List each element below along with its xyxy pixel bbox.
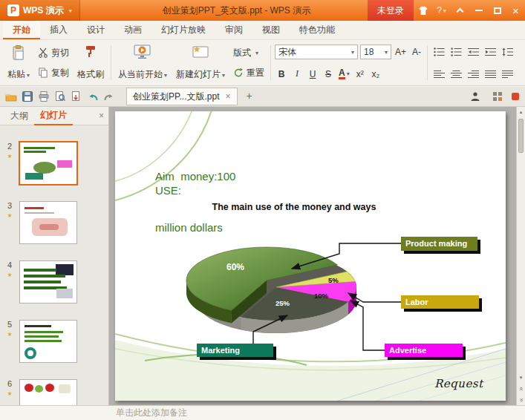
next-slide-button[interactable]: « bbox=[517, 395, 525, 405]
strikethrough-button[interactable]: S bbox=[322, 67, 335, 81]
font-size-select[interactable]: 18▾ bbox=[360, 45, 391, 59]
close-document-icon[interactable]: × bbox=[225, 91, 230, 102]
slide-2-editing-area[interactable]: Aim money:100 million dollars USE: The m… bbox=[115, 111, 506, 401]
callout-marketing[interactable]: Marketing bbox=[197, 344, 273, 357]
callout-labor[interactable]: Labor bbox=[401, 295, 479, 309]
pie-label-5: 5% bbox=[328, 276, 339, 284]
redo-button[interactable] bbox=[101, 88, 117, 105]
collapse-ribbon-button[interactable] bbox=[451, 0, 469, 21]
outline-tab[interactable]: 大纲 bbox=[4, 108, 34, 125]
align-right-icon bbox=[468, 70, 479, 79]
new-document-tab-button[interactable]: + bbox=[242, 89, 257, 104]
grow-font-button[interactable]: A+ bbox=[394, 45, 408, 59]
slides-tab[interactable]: 幻灯片 bbox=[34, 107, 73, 125]
print-preview-button[interactable] bbox=[52, 88, 68, 105]
slide-number: 6 bbox=[7, 379, 12, 388]
line-spacing-button[interactable] bbox=[500, 45, 515, 59]
thumbnail-art bbox=[45, 384, 54, 392]
align-center-button[interactable] bbox=[449, 67, 463, 81]
slide-thumbnail[interactable] bbox=[19, 201, 77, 244]
close-panel-icon[interactable]: × bbox=[99, 111, 104, 121]
tab-design[interactable]: 设计 bbox=[77, 21, 114, 39]
new-slide-button[interactable]: 新建幻灯片▾ bbox=[172, 42, 229, 83]
previous-slide-button[interactable]: « bbox=[517, 384, 525, 394]
thumbnail-art bbox=[25, 212, 54, 214]
paste-button[interactable]: 粘贴▾ bbox=[3, 42, 34, 83]
copy-button[interactable]: 复制 bbox=[34, 65, 73, 81]
font-color-button[interactable]: A▾ bbox=[337, 67, 351, 81]
wps-logo-icon: P bbox=[7, 4, 19, 16]
italic-button[interactable]: I bbox=[290, 67, 304, 81]
distribute-button[interactable] bbox=[500, 67, 515, 81]
callout-advertise[interactable]: Advertise bbox=[385, 344, 463, 357]
play-slideshow-icon bbox=[134, 45, 151, 60]
app-menu-button[interactable]: P WPS 演示 ▾ bbox=[0, 0, 80, 21]
tab-home[interactable]: 开始 bbox=[3, 21, 40, 39]
help-button[interactable]: ?▾ bbox=[432, 0, 451, 21]
format-painter-button[interactable]: 格式刷 bbox=[73, 42, 108, 83]
undo-button[interactable] bbox=[85, 88, 101, 105]
thumbnail-art bbox=[39, 224, 59, 230]
align-left-button[interactable] bbox=[431, 67, 446, 81]
chart-title[interactable]: The main use of the money and ways bbox=[186, 202, 402, 212]
slide-thumbnail[interactable] bbox=[19, 142, 77, 185]
tab-animation[interactable]: 动画 bbox=[114, 21, 151, 39]
tab-slideshow[interactable]: 幻灯片放映 bbox=[151, 21, 215, 39]
superscript-button[interactable]: x² bbox=[353, 67, 367, 81]
slide-canvas[interactable]: Aim money:100 million dollars USE: The m… bbox=[109, 107, 516, 405]
help-label: ? bbox=[437, 5, 442, 16]
apps-button[interactable] bbox=[489, 88, 506, 105]
tab-special-features[interactable]: 特色功能 bbox=[290, 21, 345, 39]
notes-placeholder[interactable]: 单击此处添加备注 bbox=[0, 405, 525, 420]
separator bbox=[427, 45, 428, 80]
reset-button[interactable]: 重置 bbox=[229, 65, 268, 81]
bullets-button[interactable] bbox=[431, 45, 446, 59]
open-button[interactable] bbox=[3, 88, 19, 105]
ribbon: 粘贴▾ 剪切 复制 格式刷 bbox=[0, 40, 525, 86]
use-text-box[interactable]: USE: bbox=[155, 184, 181, 197]
export-button[interactable] bbox=[68, 88, 85, 105]
person-icon bbox=[470, 91, 480, 102]
document-tab[interactable]: 创业策划PP...文版.ppt × bbox=[126, 88, 238, 105]
tab-review[interactable]: 审阅 bbox=[215, 21, 252, 39]
scroll-up-button[interactable]: ▴ bbox=[517, 107, 525, 117]
thumbnail-art bbox=[35, 385, 43, 393]
slide-number: 4 bbox=[7, 260, 12, 269]
slide-thumbnail[interactable] bbox=[19, 379, 77, 405]
increase-indent-button[interactable] bbox=[483, 45, 498, 59]
shrink-font-button[interactable]: A- bbox=[410, 45, 423, 59]
underline-button[interactable]: U bbox=[306, 67, 319, 81]
slide-thumbnail[interactable] bbox=[19, 320, 77, 363]
scrollbar-thumb[interactable] bbox=[518, 119, 524, 153]
vertical-scrollbar[interactable]: ▴ ▾ « « bbox=[516, 107, 525, 405]
skin-button[interactable] bbox=[414, 0, 432, 21]
subscript-button[interactable]: x₂ bbox=[369, 67, 382, 81]
dropdown-caret-icon: ▾ bbox=[164, 72, 167, 79]
save-button[interactable] bbox=[19, 88, 36, 105]
maximize-button[interactable] bbox=[488, 0, 506, 21]
decrease-indent-button[interactable] bbox=[466, 45, 480, 59]
layout-button[interactable]: 版式▾ bbox=[229, 45, 268, 61]
aim-line-1: Aim money:100 bbox=[155, 168, 235, 185]
minimize-button[interactable] bbox=[469, 0, 488, 21]
play-from-current-button[interactable]: 从当前开始▾ bbox=[114, 42, 172, 83]
callout-product-making[interactable]: Product making bbox=[401, 237, 477, 251]
align-right-button[interactable] bbox=[466, 67, 480, 81]
scroll-down-button[interactable]: ▾ bbox=[517, 373, 525, 383]
notification-badge-icon[interactable] bbox=[512, 93, 519, 100]
tab-insert[interactable]: 插入 bbox=[40, 21, 77, 39]
tab-view[interactable]: 视图 bbox=[252, 21, 290, 39]
justify-button[interactable] bbox=[483, 67, 498, 81]
meeting-button[interactable] bbox=[467, 88, 483, 105]
font-name-select[interactable]: 宋体▾ bbox=[275, 45, 358, 59]
bold-button[interactable]: B bbox=[275, 67, 288, 81]
reset-icon bbox=[233, 68, 244, 78]
align-left-icon bbox=[434, 70, 445, 79]
cut-button[interactable]: 剪切 bbox=[34, 45, 73, 61]
request-text[interactable]: Request bbox=[434, 377, 483, 390]
numbering-button[interactable] bbox=[449, 45, 463, 59]
print-button[interactable] bbox=[36, 88, 52, 105]
slide-thumbnail[interactable] bbox=[19, 260, 77, 303]
slide-item-3: 3★ bbox=[0, 201, 108, 244]
close-button[interactable]: × bbox=[506, 0, 525, 21]
